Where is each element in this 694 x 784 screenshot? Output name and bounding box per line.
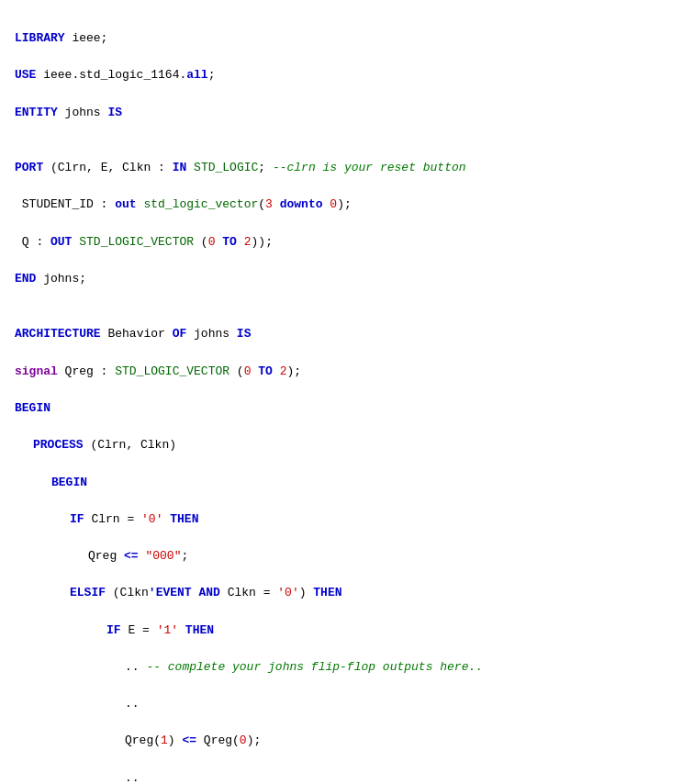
code-editor: LIBRARY ieee; USE ieee.std_logic_1164.al… xyxy=(15,11,679,784)
line-6: STUDENT_ID : out std_logic_vector(3 down… xyxy=(15,196,679,214)
line-16: Qreg <= "000"; xyxy=(15,547,679,566)
line-5: PORT (Clrn, E, Clkn : IN STD_LOGIC; --cl… xyxy=(15,159,679,177)
line-8: END johns; xyxy=(15,270,679,288)
line-10: ARCHITECTURE Behavior OF johns IS xyxy=(15,325,679,343)
line-12: BEGIN xyxy=(15,399,679,418)
line-7: Q : OUT STD_LOGIC_VECTOR (0 TO 2)); xyxy=(15,233,679,252)
line-14: BEGIN xyxy=(15,474,679,492)
line-3: ENTITY johns IS xyxy=(15,104,679,122)
line-17: ELSIF (Clkn'EVENT AND Clkn = '0') THEN xyxy=(15,584,679,602)
line-2: USE ieee.std_logic_1164.all; xyxy=(15,66,679,84)
line-20: .. xyxy=(15,695,679,713)
line-11: signal Qreg : STD_LOGIC_VECTOR (0 TO 2); xyxy=(15,363,679,381)
line-13: PROCESS (Clrn, Clkn) xyxy=(15,436,679,454)
line-18: IF E = '1' THEN xyxy=(15,622,679,640)
line-21: Qreg(1) <= Qreg(0); xyxy=(15,732,679,750)
line-19: .. -- complete your johns flip-flop outp… xyxy=(15,658,679,677)
line-1: LIBRARY ieee; xyxy=(15,29,679,48)
line-15: IF Clrn = '0' THEN xyxy=(15,510,679,529)
line-22: .. xyxy=(15,769,679,784)
